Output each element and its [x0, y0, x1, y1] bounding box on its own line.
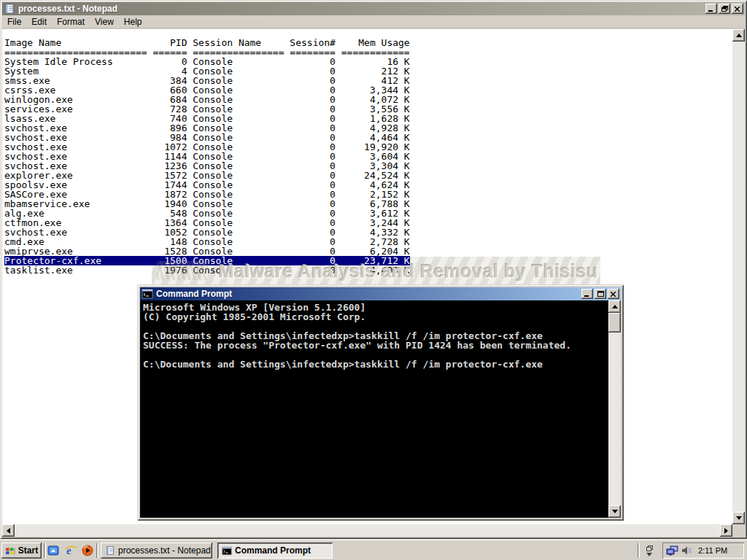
watermark-text: Malware Analysis and Removal by Thisisu — [219, 261, 598, 282]
restore-button[interactable] — [719, 4, 730, 14]
close-button[interactable] — [732, 4, 743, 14]
cmd-icon — [222, 546, 232, 556]
notepad-title: processes.txt - Notepad — [18, 4, 704, 14]
internet-explorer-icon[interactable]: e — [64, 544, 77, 557]
taskbar-clock: 2:11 PM — [698, 546, 727, 555]
system-tray: 2:11 PM — [662, 542, 744, 559]
notepad-text: Image Name PID Session Name Session# Mem… — [4, 38, 410, 275]
menu-file[interactable]: File — [2, 15, 26, 28]
windows-media-player-icon[interactable] — [81, 544, 94, 557]
scroll-right-button[interactable] — [720, 524, 732, 537]
taskbar-button-label: processes.txt - Notepad — [118, 545, 211, 556]
scroll-left-button[interactable] — [2, 524, 15, 537]
notepad-titlebar[interactable]: processes.txt - Notepad — [2, 2, 745, 15]
minimize-button[interactable] — [705, 4, 717, 14]
taskbar-divider — [638, 543, 640, 558]
notepad-icon — [105, 545, 115, 556]
menu-edit[interactable]: Edit — [26, 15, 52, 28]
cmd-title: Command Prompt — [156, 289, 580, 299]
menu-view[interactable]: View — [90, 15, 119, 28]
cmd-output-line: (C) Copyright 1985-2001 Microsoft Corp. — [143, 312, 605, 322]
menu-format[interactable]: Format — [52, 15, 90, 28]
cmd-vertical-scrollbar[interactable] — [608, 300, 621, 518]
start-label: Start — [18, 545, 38, 556]
notepad-icon — [4, 4, 15, 14]
taskbar-toolbar-chevron[interactable] — [643, 544, 655, 558]
taskbar-button-notepad[interactable]: processes.txt - Notepad — [101, 542, 212, 559]
notepad-vertical-scrollbar[interactable] — [732, 29, 745, 524]
taskbar-divider — [44, 543, 46, 558]
scroll-down-button[interactable] — [732, 512, 745, 524]
cmd-output-line: C:\Documents and Settings\infectedxp>tas… — [143, 359, 605, 369]
start-button[interactable]: Start — [1, 542, 42, 559]
volume-icon[interactable] — [681, 545, 692, 556]
cmd-titlebar[interactable]: Command Prompt — [140, 287, 621, 300]
taskbar-button-label: Command Prompt — [235, 545, 311, 556]
windows-logo-icon — [5, 546, 16, 556]
taskbar-divider — [96, 543, 98, 558]
cmd-maximize-button[interactable] — [595, 289, 606, 299]
show-desktop-icon[interactable] — [47, 544, 60, 557]
cmd-scroll-up-button[interactable] — [608, 300, 621, 313]
notepad-horizontal-scrollbar[interactable] — [2, 524, 732, 537]
menu-help[interactable]: Help — [119, 15, 147, 28]
cmd-minimize-button[interactable] — [581, 289, 593, 299]
cmd-scrollbar-thumb[interactable] — [608, 313, 621, 332]
notepad-menubar: File Edit Format View Help — [2, 15, 745, 28]
chevron-down-icon — [646, 553, 652, 556]
cmd-output-line: SUCCESS: The process "Protector-cxf.exe"… — [143, 341, 605, 350]
cmd-close-button[interactable] — [608, 289, 619, 299]
taskbar: Start e — [0, 540, 747, 560]
cmd-scroll-down-button[interactable] — [608, 505, 621, 518]
cmd-output-area[interactable]: Microsoft Windows XP [Version 5.1.2600](… — [140, 300, 608, 518]
watermark-logo — [157, 261, 208, 280]
scroll-up-button[interactable] — [732, 29, 745, 42]
network-icon[interactable] — [666, 545, 678, 556]
restore-glyph-icon — [646, 545, 653, 551]
taskbar-button-cmd[interactable]: Command Prompt — [217, 542, 333, 559]
scrollbar-corner — [732, 524, 745, 537]
command-prompt-window: Command Prompt Microsoft Windows XP [Ver… — [137, 284, 624, 521]
cmd-icon — [142, 289, 153, 299]
cmd-text: Microsoft Windows XP [Version 5.1.2600](… — [140, 300, 608, 371]
